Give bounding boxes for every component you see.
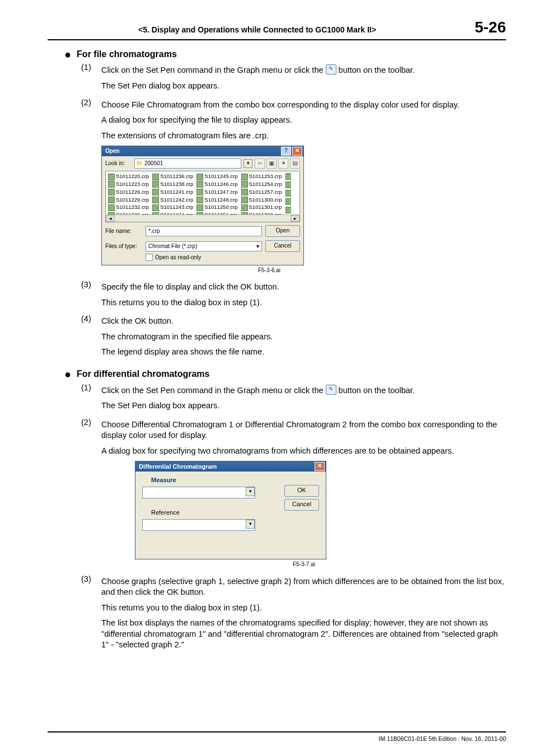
file-icon (241, 197, 248, 203)
figure-id: F5-3-7.ai (293, 561, 506, 568)
file-name: S1011253.crp (249, 173, 282, 180)
close-icon[interactable]: ✕ (292, 147, 302, 156)
file-name: S1011248.crp (204, 197, 237, 204)
file-name: S1011232.crp (116, 204, 149, 211)
file-name: S1011300.crp (249, 197, 282, 204)
file-icon (196, 181, 203, 188)
back-icon[interactable]: ⇦ (255, 158, 265, 169)
folder-icon: 📁 (136, 160, 143, 167)
horizontal-scrollbar[interactable]: ◂ ▸ (106, 214, 299, 222)
up-folder-icon[interactable]: ▣ (266, 158, 277, 169)
file-item[interactable]: S1011229.crp (108, 197, 149, 204)
file-name: S1011257.crp (249, 189, 282, 196)
new-folder-icon[interactable]: ✶ (278, 158, 288, 169)
file-icon (152, 204, 159, 211)
file-item[interactable]: S1011245.crp (196, 173, 237, 180)
file-name: S1011250.crp (204, 204, 237, 211)
file-item[interactable]: S1011300.crp (241, 197, 282, 204)
file-item[interactable]: S1011236.crp (152, 173, 193, 180)
file-item[interactable]: S1011243.crp (152, 204, 193, 211)
file-item[interactable]: S1011248.crp (196, 197, 237, 204)
file-icon (196, 189, 203, 195)
chevron-down-icon[interactable]: ▾ (246, 487, 255, 496)
measure-combo[interactable]: ▾ (142, 487, 255, 498)
file-name: S1011245.crp (204, 173, 237, 180)
scroll-right-icon[interactable]: ▸ (291, 215, 299, 222)
file-icon (285, 181, 291, 188)
file-icon (241, 204, 248, 211)
filetype-label: Files of type: (105, 242, 142, 250)
file-item[interactable]: S1011242.crp (152, 197, 193, 204)
readonly-checkbox[interactable] (146, 254, 153, 261)
step-text: Choose graphs (selective graph 1, select… (101, 576, 506, 598)
open-button[interactable]: Open (265, 225, 300, 237)
file-item[interactable]: S1011301.crp (241, 204, 282, 211)
help-icon[interactable]: ? (281, 147, 291, 156)
file-item[interactable]: S1011250.crp (196, 204, 237, 211)
figure-id: F5-3-6.ai (258, 267, 506, 274)
file-icon (196, 197, 203, 203)
step-text: The extensions of chromatogram files are… (101, 130, 506, 142)
file-icon (285, 207, 291, 213)
file-item[interactable]: S1011253.crp (241, 173, 282, 180)
dialog-title: Open (105, 147, 280, 155)
chevron-down-icon[interactable]: ▾ (246, 520, 255, 529)
file-name: S1011236.crp (160, 173, 193, 180)
file-name: S1011301.crp (249, 204, 282, 211)
section1-heading: For file chromatograms (77, 48, 177, 60)
file-item[interactable]: S1011238.crp (152, 181, 193, 188)
section2-heading: For differential chromatograms (77, 368, 209, 380)
ok-button[interactable]: OK (284, 485, 319, 497)
file-icon (241, 189, 248, 195)
file-list-pane[interactable]: S1011220.crpS1011223.crpS1011226.crpS101… (105, 171, 300, 222)
file-icon (108, 181, 115, 188)
filename-label: File name: (105, 227, 142, 235)
file-name: S1011246.crp (204, 181, 237, 188)
step-text: Click the OK button. (101, 316, 506, 327)
file-icon (152, 181, 159, 188)
file-name: S1011247.crp (204, 189, 237, 196)
cancel-button[interactable]: Cancel (265, 240, 300, 252)
lookin-combo[interactable]: 📁 200501 (134, 158, 241, 169)
chevron-down-icon[interactable]: ▾ (256, 242, 259, 251)
step-text: button on the toolbar. (339, 66, 415, 74)
file-item[interactable]: S1011232.crp (108, 204, 149, 211)
cancel-button[interactable]: Cancel (284, 499, 319, 511)
step-number: (3) (81, 574, 101, 655)
bullet-icon: ● (64, 368, 71, 380)
file-item[interactable]: S1011257.crp (241, 189, 282, 196)
filetype-combo[interactable]: Chromat File (*.crp) ▾ (146, 241, 262, 251)
file-item[interactable]: S1011241.crp (152, 189, 193, 196)
measure-label: Measure (151, 476, 278, 484)
filetype-value: Chromat File (*.crp) (148, 242, 256, 251)
lookin-value: 200501 (144, 160, 163, 167)
step-number: (2) (81, 97, 101, 279)
step-number: (4) (81, 314, 101, 362)
step-text: The legend display area shows the file n… (101, 347, 506, 358)
step-text: This returns you to the dialog box in st… (101, 297, 506, 309)
file-name: S1011220.crp (116, 173, 149, 180)
step-number: (3) (81, 279, 101, 312)
step-number: (2) (81, 417, 101, 573)
file-item[interactable]: S1011226.crp (108, 189, 149, 196)
file-item[interactable]: S1011247.crp (196, 189, 237, 196)
file-icon (108, 197, 115, 203)
file-name: S1011229.crp (116, 197, 149, 204)
file-icon (241, 181, 248, 188)
file-item[interactable]: S1011246.crp (196, 181, 237, 188)
filename-input[interactable]: *.crp (146, 226, 262, 236)
chevron-down-icon[interactable]: ▾ (243, 159, 252, 168)
file-name: S1011243.crp (160, 204, 193, 211)
file-item[interactable]: S1011223.crp (108, 181, 149, 188)
file-icon (108, 204, 115, 211)
scroll-left-icon[interactable]: ◂ (106, 215, 115, 222)
reference-combo[interactable]: ▾ (142, 519, 255, 531)
open-file-dialog: Open ? ✕ Look in: 📁 200501 ▾ ⇦ ▣ (101, 146, 304, 265)
view-menu-icon[interactable]: ▤ (290, 158, 300, 169)
file-item[interactable]: S1011254.crp (241, 181, 282, 188)
file-item[interactable]: S1011220.crp (108, 173, 149, 180)
close-icon[interactable]: ✕ (315, 462, 325, 471)
header-title: <5. Display and Operations while Connect… (48, 25, 467, 35)
file-icon (108, 174, 115, 180)
step-number: (1) (81, 62, 101, 96)
